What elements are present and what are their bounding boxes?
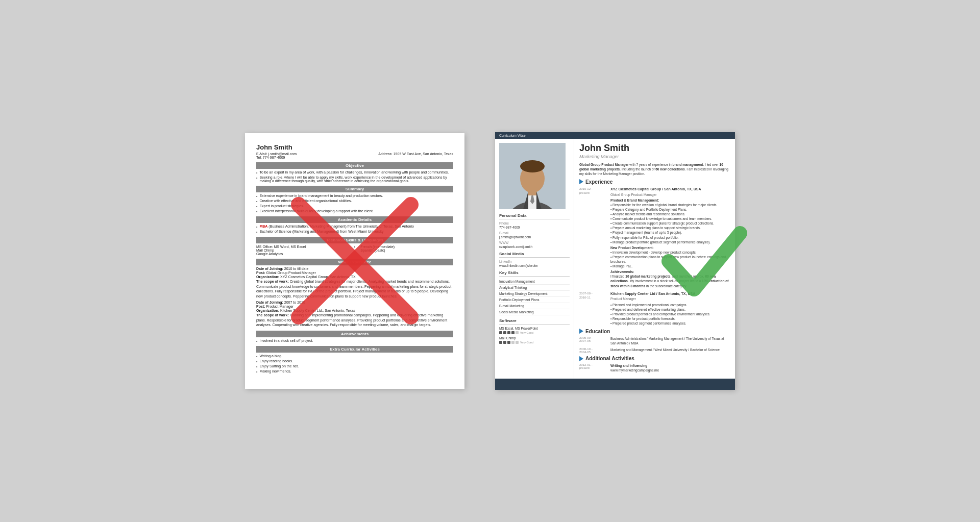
exp-bullet: • Prepared product segment performance a… [610, 321, 730, 326]
left-summary-4: • Excellent interpersonal skills quickly… [256, 209, 453, 213]
additional-header: Additional Activities [579, 356, 730, 361]
left-address: Address: 1905 W East Ave, San Antonio, T… [378, 152, 453, 159]
bullet-dot: • [256, 194, 257, 198]
achievement-text-1: Involved in a stock sell-off project. [259, 339, 313, 343]
additional-dates-1: 2012-01 - present [579, 363, 607, 372]
additional-detail-1: www.mymarketingcampaigns.me [610, 368, 730, 372]
exp-company-2: Kitchen Supply Center Ltd / San Antonio,… [610, 291, 730, 296]
right-resume-wrapper: Curriculum Vitae [495, 132, 735, 390]
left-job2-scope: The scope of work: Planning and implemen… [256, 313, 453, 328]
exp-bullet: • Communicate product knowledge to custo… [610, 216, 730, 221]
academic-text-2: Bachelor of Science (Marketing and Manag… [259, 230, 383, 234]
phone-row: Phone 774-987-4009 [499, 221, 570, 229]
edu-content-2: Marketing and Management / West Miami Un… [610, 347, 730, 354]
bullet-dot: • [256, 225, 257, 229]
bullet-dot: • [256, 200, 257, 203]
exp-bullet: • Fully responsible for P&L of product p… [610, 235, 730, 240]
dot [499, 331, 502, 334]
dot [516, 341, 519, 344]
www-value: cv.uptwork.com/j.smith [499, 245, 570, 248]
bullet-dot: • [256, 360, 257, 363]
skill-dots-2 [499, 341, 519, 344]
exp-role-1: Global Group Product Manager [610, 192, 730, 197]
bullet-dot: • [256, 176, 257, 183]
extra-text-3: Enjoy Surfing on the net. [259, 364, 299, 368]
exp-item-1: 2010-12 - present XYZ Cosmetics Capital … [579, 187, 730, 288]
linkedin-row: LinkedIn www.linkedin.com/jsheutw [499, 260, 570, 267]
bullet-dot: • [256, 171, 257, 175]
exp-bullet: • Prepare communication plans to support… [610, 255, 730, 264]
exp-bullet: • Responsible for the creation of global… [610, 203, 730, 207]
software-name-1: MS Excel, MS PowerPoint [499, 327, 570, 330]
svg-point-9 [520, 160, 545, 172]
bullet-dot: • [256, 210, 257, 213]
education-title: Education [585, 329, 610, 334]
bullet-dot: • [256, 230, 257, 234]
www-label: WWW [499, 241, 570, 244]
edu-item-1: 2005-09 - 2007-05 Business Administratio… [579, 336, 730, 345]
additional-title-1: Writing and Influencing [610, 363, 730, 368]
skills-divider: • [354, 245, 355, 256]
left-objective-header: Objective [256, 162, 453, 169]
left-job2-post: Post: Product Manager [256, 305, 453, 308]
dot [511, 341, 514, 344]
left-academic-1: • MBA (Business Administration, Marketin… [256, 225, 453, 229]
left-resume-wrapper: John Smith E-Mail: j.smith@mail.com Tel:… [245, 133, 464, 389]
exp-role-2: Product Manager [610, 296, 730, 301]
dot [499, 341, 502, 344]
left-summary-2: • Creative with effective and efficient … [256, 199, 453, 203]
edu-end-1: 2007-05 [579, 339, 607, 342]
skill-1: MS Office: MS Word, MS Excel [256, 245, 349, 248]
objective-text-2: Seeking a role, where I will be able to … [259, 176, 453, 183]
exp-details-2: • Planned and implemented promotional ca… [610, 303, 730, 326]
right-resume: Curriculum Vitae [495, 132, 735, 390]
skill-item-2: Analytical Thinking [499, 285, 570, 291]
profile-photo [499, 143, 566, 209]
right-top-bar: Curriculum Vitae [495, 132, 735, 139]
education-header: Education [579, 329, 730, 334]
summary-text-1: Extensive experience in brand management… [259, 194, 383, 198]
right-body: Personal Data Phone 774-987-4009 E-mail … [495, 139, 735, 379]
left-job2-date: Date of Joining: 2007 to 2010 [256, 301, 453, 304]
dot [503, 341, 506, 344]
software-item-1: MS Excel, MS PowerPoint Very Good [499, 327, 570, 334]
summary-bold-4: 60 new collections [655, 167, 684, 171]
dot [507, 331, 510, 334]
left-tel: Tel: 774-987-4009 [256, 156, 297, 159]
bullet-dot: • [256, 370, 257, 374]
left-technical-header: Technical Skills & Languages [256, 237, 453, 243]
additional-title: Additional Activities [585, 356, 634, 361]
edu-end-2: 2004-05 [579, 351, 607, 354]
objective-text-1: To be an expert in my area of work, with… [259, 170, 449, 175]
left-academic-header: Academic Details [256, 216, 453, 223]
achievements-text: I finalized 10 global marketing projects… [610, 274, 730, 288]
left-job1-org: Organization: XYZ Cosmetics Capital Grou… [256, 275, 453, 279]
left-extra-1: • Writing a blog. [256, 354, 453, 358]
left-summary-1: • Extensive experience in brand manageme… [256, 194, 453, 198]
linkedin-value: www.linkedin.com/jsheutw [499, 264, 570, 267]
exp-bullet: • Responsible for product portfolio fore… [610, 316, 730, 321]
exp-details-1: Product & Brand Management: • Responsibl… [610, 198, 730, 288]
skill-2: Mail Chimp [256, 248, 349, 252]
skill-item-4: Portfolio Deployment Plans [499, 297, 570, 303]
bullet-dot: • [256, 205, 257, 208]
subsection-npd: New Product Development: [610, 245, 730, 250]
cv-label: Curriculum Vitae [499, 134, 526, 137]
linkedin-label: LinkedIn [499, 260, 570, 263]
skill-item-5: E-mail Marketing [499, 303, 570, 309]
edu-dates-2: 2000-10 - 2004-05 [579, 347, 607, 354]
left-job1-post: Post: Global Group Product Manager [256, 271, 453, 275]
left-job1-date: Date of Joining: 2010 to till date [256, 267, 453, 270]
experience-title: Experience [585, 179, 612, 185]
skill-item-1: Innovation Management [499, 279, 570, 285]
exp-bullet: • Analyze market trends and recommend so… [610, 212, 730, 216]
dot [511, 331, 514, 334]
right-name: John Smith [579, 143, 730, 154]
left-skills-row: MS Office: MS Word, MS Excel Mail Chimp … [256, 245, 453, 256]
left-contact-left: E-Mail: j.smith@mail.com Tel: 774-987-40… [256, 152, 297, 159]
extra-text-4: Making new friends. [259, 369, 291, 374]
exp-content-2: Kitchen Supply Center Ltd / San Antonio,… [610, 291, 730, 326]
left-job2-org: Organization: Kitchen Supply Center Ltd.… [256, 309, 453, 312]
skill-bar-2: Very Good [499, 341, 570, 344]
summary-bold-2: brand management [672, 163, 703, 166]
